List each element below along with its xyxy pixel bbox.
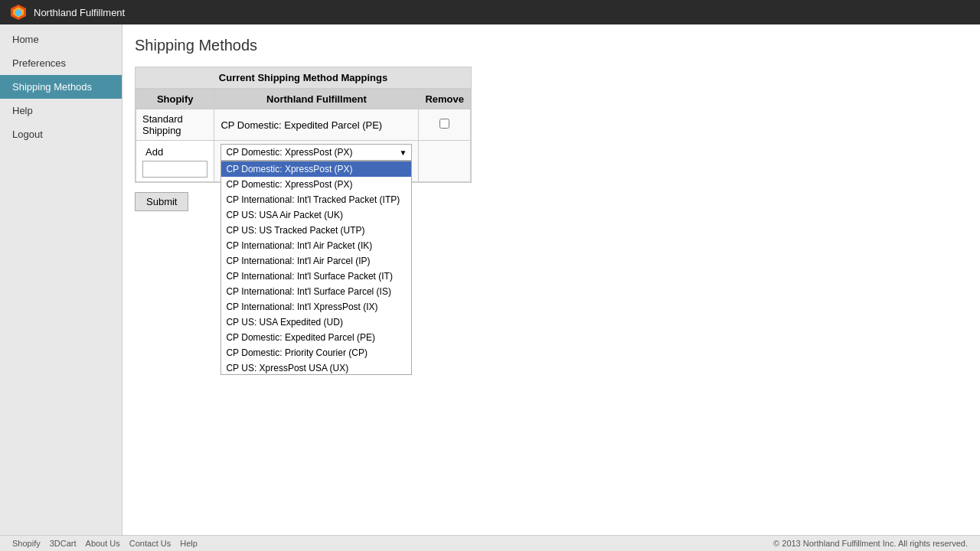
existing-northland-value: CP Domestic: Expedited Parcel (PE) (214, 109, 419, 141)
add-row: Add CP Domestic: XpressPost (PX) CP Dome… (136, 141, 471, 182)
topbar: Northland Fulfillment (0, 0, 980, 24)
page-title: Shipping Methods (135, 37, 968, 54)
dropdown-option[interactable]: CP Domestic: XpressPost (PX) (221, 177, 411, 192)
add-label: Add (142, 145, 207, 159)
sidebar-item-preferences[interactable]: Preferences (0, 51, 122, 75)
table-row: Standard Shipping CP Domestic: Expedited… (136, 109, 471, 141)
main-layout: Home Preferences Shipping Methods Help L… (0, 24, 980, 535)
dropdown-option[interactable]: CP US: USA Air Packet (UK) (221, 207, 411, 223)
dropdown-option[interactable]: CP International: Int'l Tracked Packet (… (221, 192, 411, 207)
add-northland-cell: CP Domestic: XpressPost (PX) CP Domestic… (214, 141, 419, 182)
dropdown-selected[interactable]: CP Domestic: XpressPost (PX) (220, 144, 412, 161)
dropdown-option[interactable]: CP International: Int'l Air Packet (IK) (221, 238, 411, 253)
existing-shopify-value: Standard Shipping (136, 109, 214, 141)
footer-link-help[interactable]: Help (180, 539, 198, 548)
col-shopify: Shopify (136, 90, 214, 109)
add-shopify-input[interactable] (142, 161, 207, 178)
dropdown-option[interactable]: CP Domestic: Expedited Parcel (PE) (221, 330, 411, 345)
col-northland: Northland Fulfillment (214, 90, 419, 109)
sidebar-item-shipping-methods[interactable]: Shipping Methods (0, 75, 122, 99)
logo-icon (9, 3, 28, 21)
footer-link-shopify[interactable]: Shopify (12, 539, 41, 548)
footer-link-about[interactable]: About Us (86, 539, 120, 548)
add-shopify-cell: Add (136, 141, 214, 182)
panel-header: Current Shipping Method Mappings (136, 67, 471, 89)
dropdown-option[interactable]: CP US: XpressPost USA (UX) (221, 360, 411, 375)
sidebar: Home Preferences Shipping Methods Help L… (0, 24, 122, 535)
shipping-table: Shopify Northland Fulfillment Remove Sta… (136, 89, 471, 182)
submit-button[interactable]: Submit (135, 192, 188, 211)
col-remove: Remove (419, 90, 471, 109)
footer-copyright: © 2013 Northland Fulfillment Inc. All ri… (773, 539, 968, 548)
dropdown-option[interactable]: CP Domestic: Priority Courier (CP) (221, 345, 411, 360)
dropdown-container: CP Domestic: XpressPost (PX) CP Domestic… (220, 144, 412, 161)
shipping-panel: Current Shipping Method Mappings Shopify… (135, 67, 472, 183)
dropdown-option[interactable]: CP US: USA Expedited (UD) (221, 315, 411, 330)
app-title: Northland Fulfillment (34, 7, 125, 18)
footer: Shopify 3DCart About Us Contact Us Help … (0, 535, 980, 551)
dropdown-option[interactable]: CP International: Int'l Surface Parcel (… (221, 284, 411, 299)
add-remove-cell (419, 141, 471, 182)
sidebar-item-logout[interactable]: Logout (0, 122, 122, 146)
dropdown-option[interactable]: CP US: US Tracked Packet (UTP) (221, 223, 411, 238)
content-area: Shipping Methods Current Shipping Method… (122, 24, 980, 535)
dropdown-option[interactable]: CP International: Int'l XpressPost (IX) (221, 299, 411, 315)
dropdown-option[interactable]: CP Domestic: XpressPost (PX) (221, 161, 411, 177)
dropdown-list[interactable]: CP Domestic: XpressPost (PX)CP Domestic:… (220, 161, 412, 375)
dropdown-selected-label: CP Domestic: XpressPost (PX) (226, 147, 352, 158)
footer-link-contact[interactable]: Contact Us (129, 539, 171, 548)
dropdown-option[interactable]: CP International: Int'l Air Parcel (IP) (221, 253, 411, 269)
remove-checkbox[interactable] (439, 119, 449, 129)
sidebar-item-home[interactable]: Home (0, 28, 122, 51)
footer-link-3dcart[interactable]: 3DCart (50, 539, 77, 548)
sidebar-item-help[interactable]: Help (0, 99, 122, 122)
existing-remove-cell (419, 109, 471, 141)
dropdown-option[interactable]: CP International: Int'l Surface Packet (… (221, 269, 411, 284)
